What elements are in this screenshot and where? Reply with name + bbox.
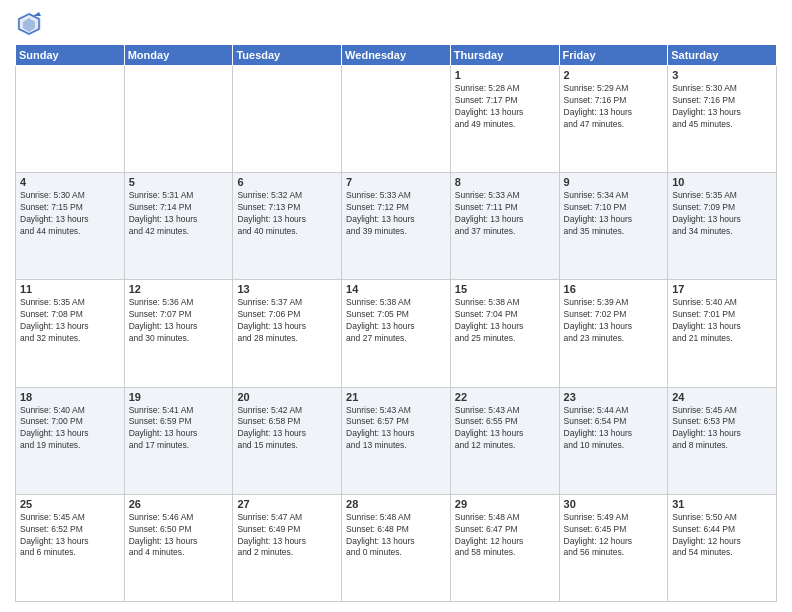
day-cell: 2Sunrise: 5:29 AM Sunset: 7:16 PM Daylig… xyxy=(559,66,668,173)
header xyxy=(15,10,777,38)
day-cell: 5Sunrise: 5:31 AM Sunset: 7:14 PM Daylig… xyxy=(124,173,233,280)
day-info: Sunrise: 5:50 AM Sunset: 6:44 PM Dayligh… xyxy=(672,512,772,560)
day-number: 15 xyxy=(455,283,555,295)
day-number: 25 xyxy=(20,498,120,510)
day-cell xyxy=(342,66,451,173)
day-info: Sunrise: 5:42 AM Sunset: 6:58 PM Dayligh… xyxy=(237,405,337,453)
day-number: 6 xyxy=(237,176,337,188)
day-info: Sunrise: 5:38 AM Sunset: 7:04 PM Dayligh… xyxy=(455,297,555,345)
day-cell: 23Sunrise: 5:44 AM Sunset: 6:54 PM Dayli… xyxy=(559,387,668,494)
day-number: 13 xyxy=(237,283,337,295)
day-info: Sunrise: 5:28 AM Sunset: 7:17 PM Dayligh… xyxy=(455,83,555,131)
day-info: Sunrise: 5:35 AM Sunset: 7:09 PM Dayligh… xyxy=(672,190,772,238)
day-cell: 7Sunrise: 5:33 AM Sunset: 7:12 PM Daylig… xyxy=(342,173,451,280)
day-info: Sunrise: 5:47 AM Sunset: 6:49 PM Dayligh… xyxy=(237,512,337,560)
day-info: Sunrise: 5:41 AM Sunset: 6:59 PM Dayligh… xyxy=(129,405,229,453)
day-info: Sunrise: 5:31 AM Sunset: 7:14 PM Dayligh… xyxy=(129,190,229,238)
day-number: 12 xyxy=(129,283,229,295)
day-number: 1 xyxy=(455,69,555,81)
day-cell: 28Sunrise: 5:48 AM Sunset: 6:48 PM Dayli… xyxy=(342,494,451,601)
day-cell: 29Sunrise: 5:48 AM Sunset: 6:47 PM Dayli… xyxy=(450,494,559,601)
day-number: 5 xyxy=(129,176,229,188)
week-row-4: 18Sunrise: 5:40 AM Sunset: 7:00 PM Dayli… xyxy=(16,387,777,494)
day-cell: 4Sunrise: 5:30 AM Sunset: 7:15 PM Daylig… xyxy=(16,173,125,280)
day-number: 3 xyxy=(672,69,772,81)
day-cell: 6Sunrise: 5:32 AM Sunset: 7:13 PM Daylig… xyxy=(233,173,342,280)
day-number: 2 xyxy=(564,69,664,81)
day-cell: 16Sunrise: 5:39 AM Sunset: 7:02 PM Dayli… xyxy=(559,280,668,387)
day-number: 14 xyxy=(346,283,446,295)
day-number: 16 xyxy=(564,283,664,295)
day-cell xyxy=(233,66,342,173)
day-info: Sunrise: 5:45 AM Sunset: 6:53 PM Dayligh… xyxy=(672,405,772,453)
col-header-thursday: Thursday xyxy=(450,45,559,66)
day-number: 24 xyxy=(672,391,772,403)
day-info: Sunrise: 5:39 AM Sunset: 7:02 PM Dayligh… xyxy=(564,297,664,345)
col-header-friday: Friday xyxy=(559,45,668,66)
day-info: Sunrise: 5:49 AM Sunset: 6:45 PM Dayligh… xyxy=(564,512,664,560)
day-info: Sunrise: 5:48 AM Sunset: 6:48 PM Dayligh… xyxy=(346,512,446,560)
week-row-1: 1Sunrise: 5:28 AM Sunset: 7:17 PM Daylig… xyxy=(16,66,777,173)
day-number: 4 xyxy=(20,176,120,188)
day-number: 20 xyxy=(237,391,337,403)
day-cell xyxy=(16,66,125,173)
day-info: Sunrise: 5:30 AM Sunset: 7:15 PM Dayligh… xyxy=(20,190,120,238)
day-number: 9 xyxy=(564,176,664,188)
day-number: 30 xyxy=(564,498,664,510)
day-cell: 19Sunrise: 5:41 AM Sunset: 6:59 PM Dayli… xyxy=(124,387,233,494)
day-number: 31 xyxy=(672,498,772,510)
day-number: 22 xyxy=(455,391,555,403)
day-cell: 27Sunrise: 5:47 AM Sunset: 6:49 PM Dayli… xyxy=(233,494,342,601)
day-cell: 20Sunrise: 5:42 AM Sunset: 6:58 PM Dayli… xyxy=(233,387,342,494)
col-header-monday: Monday xyxy=(124,45,233,66)
header-row: SundayMondayTuesdayWednesdayThursdayFrid… xyxy=(16,45,777,66)
day-number: 29 xyxy=(455,498,555,510)
day-number: 10 xyxy=(672,176,772,188)
day-cell: 14Sunrise: 5:38 AM Sunset: 7:05 PM Dayli… xyxy=(342,280,451,387)
day-info: Sunrise: 5:40 AM Sunset: 7:01 PM Dayligh… xyxy=(672,297,772,345)
day-number: 11 xyxy=(20,283,120,295)
day-info: Sunrise: 5:46 AM Sunset: 6:50 PM Dayligh… xyxy=(129,512,229,560)
page: SundayMondayTuesdayWednesdayThursdayFrid… xyxy=(0,0,792,612)
day-cell: 26Sunrise: 5:46 AM Sunset: 6:50 PM Dayli… xyxy=(124,494,233,601)
day-cell: 8Sunrise: 5:33 AM Sunset: 7:11 PM Daylig… xyxy=(450,173,559,280)
day-info: Sunrise: 5:33 AM Sunset: 7:12 PM Dayligh… xyxy=(346,190,446,238)
calendar-table: SundayMondayTuesdayWednesdayThursdayFrid… xyxy=(15,44,777,602)
day-number: 7 xyxy=(346,176,446,188)
day-number: 8 xyxy=(455,176,555,188)
day-number: 23 xyxy=(564,391,664,403)
day-number: 26 xyxy=(129,498,229,510)
day-cell: 22Sunrise: 5:43 AM Sunset: 6:55 PM Dayli… xyxy=(450,387,559,494)
day-cell: 12Sunrise: 5:36 AM Sunset: 7:07 PM Dayli… xyxy=(124,280,233,387)
day-cell: 9Sunrise: 5:34 AM Sunset: 7:10 PM Daylig… xyxy=(559,173,668,280)
day-info: Sunrise: 5:38 AM Sunset: 7:05 PM Dayligh… xyxy=(346,297,446,345)
day-info: Sunrise: 5:33 AM Sunset: 7:11 PM Dayligh… xyxy=(455,190,555,238)
week-row-3: 11Sunrise: 5:35 AM Sunset: 7:08 PM Dayli… xyxy=(16,280,777,387)
week-row-5: 25Sunrise: 5:45 AM Sunset: 6:52 PM Dayli… xyxy=(16,494,777,601)
day-info: Sunrise: 5:48 AM Sunset: 6:47 PM Dayligh… xyxy=(455,512,555,560)
day-info: Sunrise: 5:40 AM Sunset: 7:00 PM Dayligh… xyxy=(20,405,120,453)
day-cell: 1Sunrise: 5:28 AM Sunset: 7:17 PM Daylig… xyxy=(450,66,559,173)
day-info: Sunrise: 5:43 AM Sunset: 6:57 PM Dayligh… xyxy=(346,405,446,453)
week-row-2: 4Sunrise: 5:30 AM Sunset: 7:15 PM Daylig… xyxy=(16,173,777,280)
day-cell: 21Sunrise: 5:43 AM Sunset: 6:57 PM Dayli… xyxy=(342,387,451,494)
col-header-wednesday: Wednesday xyxy=(342,45,451,66)
day-number: 19 xyxy=(129,391,229,403)
day-number: 18 xyxy=(20,391,120,403)
day-cell: 24Sunrise: 5:45 AM Sunset: 6:53 PM Dayli… xyxy=(668,387,777,494)
col-header-saturday: Saturday xyxy=(668,45,777,66)
day-info: Sunrise: 5:43 AM Sunset: 6:55 PM Dayligh… xyxy=(455,405,555,453)
day-info: Sunrise: 5:35 AM Sunset: 7:08 PM Dayligh… xyxy=(20,297,120,345)
day-cell: 18Sunrise: 5:40 AM Sunset: 7:00 PM Dayli… xyxy=(16,387,125,494)
day-cell: 31Sunrise: 5:50 AM Sunset: 6:44 PM Dayli… xyxy=(668,494,777,601)
day-cell: 13Sunrise: 5:37 AM Sunset: 7:06 PM Dayli… xyxy=(233,280,342,387)
logo-icon xyxy=(15,10,43,38)
day-number: 21 xyxy=(346,391,446,403)
day-info: Sunrise: 5:34 AM Sunset: 7:10 PM Dayligh… xyxy=(564,190,664,238)
day-number: 17 xyxy=(672,283,772,295)
day-info: Sunrise: 5:37 AM Sunset: 7:06 PM Dayligh… xyxy=(237,297,337,345)
day-cell: 17Sunrise: 5:40 AM Sunset: 7:01 PM Dayli… xyxy=(668,280,777,387)
day-number: 27 xyxy=(237,498,337,510)
day-cell: 15Sunrise: 5:38 AM Sunset: 7:04 PM Dayli… xyxy=(450,280,559,387)
day-cell: 10Sunrise: 5:35 AM Sunset: 7:09 PM Dayli… xyxy=(668,173,777,280)
